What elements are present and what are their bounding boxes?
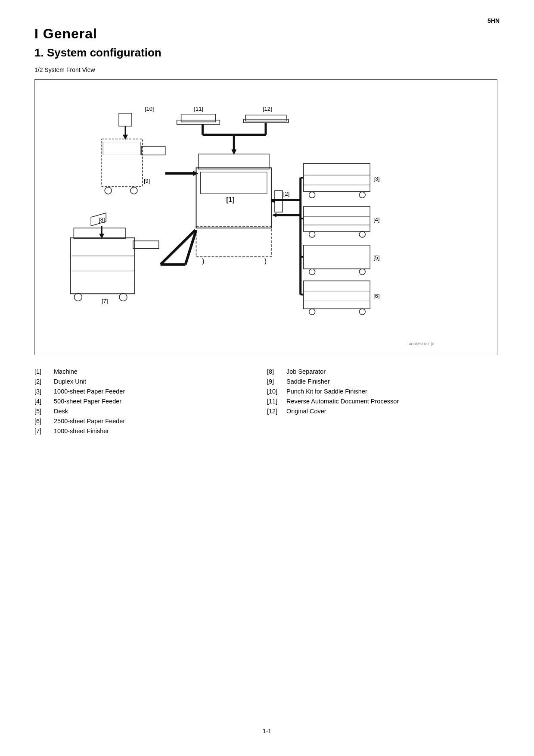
legend-text-10: Punch Kit for Saddle Finisher — [286, 388, 367, 395]
legend-text-12: Original Cover — [286, 408, 326, 415]
legend-num-9: [9] — [267, 378, 286, 385]
list-item: [2] Duplex Unit — [34, 378, 267, 385]
svg-text:[9]: [9] — [144, 178, 150, 184]
legend-left-col: [1] Machine [2] Duplex Unit [3] 1000-she… — [34, 368, 267, 437]
legend-text-5: Desk — [54, 408, 68, 415]
svg-text:[6]: [6] — [373, 293, 379, 299]
legend-num-1: [1] — [34, 368, 54, 375]
list-item: [1] Machine — [34, 368, 267, 375]
svg-text:[11]: [11] — [194, 106, 204, 112]
list-item: [10] Punch Kit for Saddle Finisher — [267, 388, 500, 395]
legend-num-5: [5] — [34, 408, 54, 415]
legend-text-1: Machine — [54, 368, 78, 375]
legend-area: [1] Machine [2] Duplex Unit [3] 1000-she… — [34, 368, 500, 437]
legend-text-2: Duplex Unit — [54, 378, 86, 385]
legend-num-4: [4] — [34, 398, 54, 405]
legend-num-8: [8] — [267, 368, 286, 375]
legend-num-2: [2] — [34, 378, 54, 385]
list-item: [9] Saddle Finisher — [267, 378, 500, 385]
page-number: 1-1 — [263, 728, 271, 734]
svg-text:[4]: [4] — [373, 216, 379, 223]
legend-num-3: [3] — [34, 388, 54, 395]
list-item: [12] Original Cover — [267, 408, 500, 415]
legend-text-4: 500-sheet Paper Feeder — [54, 398, 121, 405]
svg-text:[12]: [12] — [263, 106, 272, 112]
svg-text:[10]: [10] — [145, 106, 154, 112]
section-number: 1. — [34, 46, 44, 59]
svg-text:[1]: [1] — [226, 196, 234, 203]
legend-text-7: 1000-sheet Finisher — [54, 428, 109, 434]
page-code: 5HN — [487, 17, 500, 24]
legend-num-11: [11] — [267, 398, 286, 405]
legend-num-6: [6] — [34, 418, 54, 425]
view-label: 1/2 System Front View — [34, 66, 500, 73]
list-item: [8] Job Separator — [267, 368, 500, 375]
watermark-text: 4036fs1001j0 — [409, 341, 435, 346]
svg-text:[2]: [2] — [283, 191, 289, 197]
svg-text:[7]: [7] — [102, 298, 108, 304]
legend-text-6: 2500-sheet Paper Feeder — [54, 418, 125, 425]
list-item: [3] 1000-sheet Paper Feeder — [34, 388, 267, 395]
legend-text-8: Job Separator — [286, 368, 326, 375]
list-item: [4] 500-sheet Paper Feeder — [34, 398, 267, 405]
list-item: [6] 2500-sheet Paper Feeder — [34, 418, 267, 425]
list-item: [11] Reverse Automatic Document Processo… — [267, 398, 500, 405]
legend-num-10: [10] — [267, 388, 286, 395]
svg-text:[3]: [3] — [373, 175, 379, 182]
legend-num-12: [12] — [267, 408, 286, 415]
svg-text:[5]: [5] — [373, 254, 379, 261]
legend-text-9: Saddle Finisher — [286, 378, 330, 385]
section-name: System configuration — [47, 46, 161, 59]
legend-right-col: [8] Job Separator [9] Saddle Finisher [1… — [267, 368, 500, 437]
system-diagram: [10] [9] [11] — [35, 80, 497, 355]
section-title: 1. System configuration — [34, 46, 500, 59]
legend-text-3: 1000-sheet Paper Feeder — [54, 388, 125, 395]
list-item: [7] 1000-sheet Finisher — [34, 428, 267, 434]
legend-text-11: Reverse Automatic Document Processor — [286, 398, 399, 405]
list-item: [5] Desk — [34, 408, 267, 415]
chapter-title: I General — [34, 26, 500, 42]
legend-num-7: [7] — [34, 428, 54, 434]
diagram-box: [10] [9] [11] — [34, 79, 497, 355]
